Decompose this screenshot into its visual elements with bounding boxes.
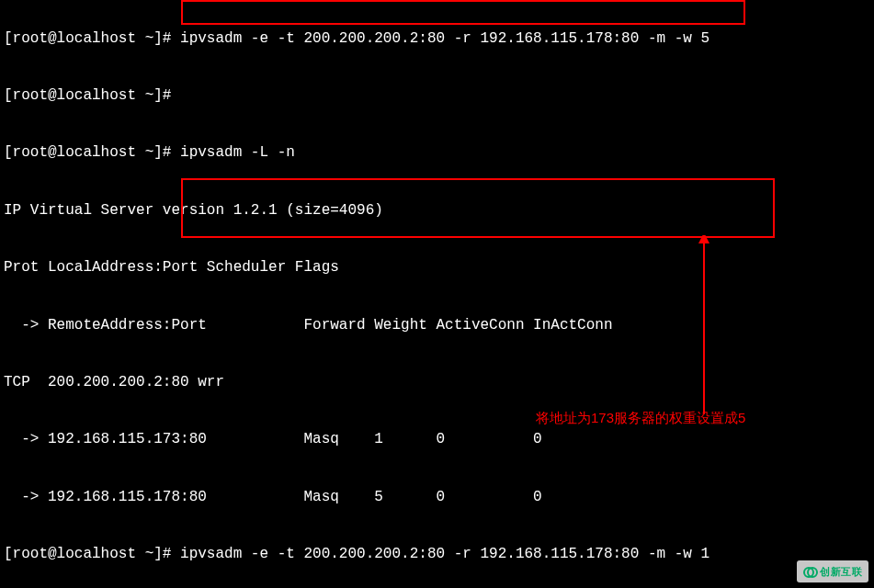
output-line: IP Virtual Server version 1.2.1 (size=40… [4,201,870,220]
output-line: -> 192.168.115.173:80 Masq 1 0 0 [4,430,870,449]
output-line: TCP 200.200.200.2:80 wrr [4,373,870,392]
cmd-line: [root@localhost ~]# ipvsadm -L -n [4,143,870,163]
watermark-text: 创新互联 [820,562,862,582]
cmd-line: [root@localhost ~]# ipvsadm -e -t 200.20… [4,545,870,564]
terminal-output[interactable]: [root@localhost ~]# ipvsadm -e -t 200.20… [0,0,874,588]
watermark-logo-icon [803,565,816,578]
prompt-line: [root@localhost ~]# [4,86,870,106]
annotation-text: 将地址为173服务器的权重设置成5 [536,409,745,428]
output-line: Prot LocalAddress:Port Scheduler Flags [4,258,870,277]
output-line: -> 192.168.115.178:80 Masq 5 0 0 [4,488,870,507]
output-line: -> RemoteAddress:Port Forward Weight Act… [4,316,870,335]
cmd-line: [root@localhost ~]# ipvsadm -e -t 200.20… [4,29,870,49]
watermark-badge: 创新互联 [797,560,868,582]
